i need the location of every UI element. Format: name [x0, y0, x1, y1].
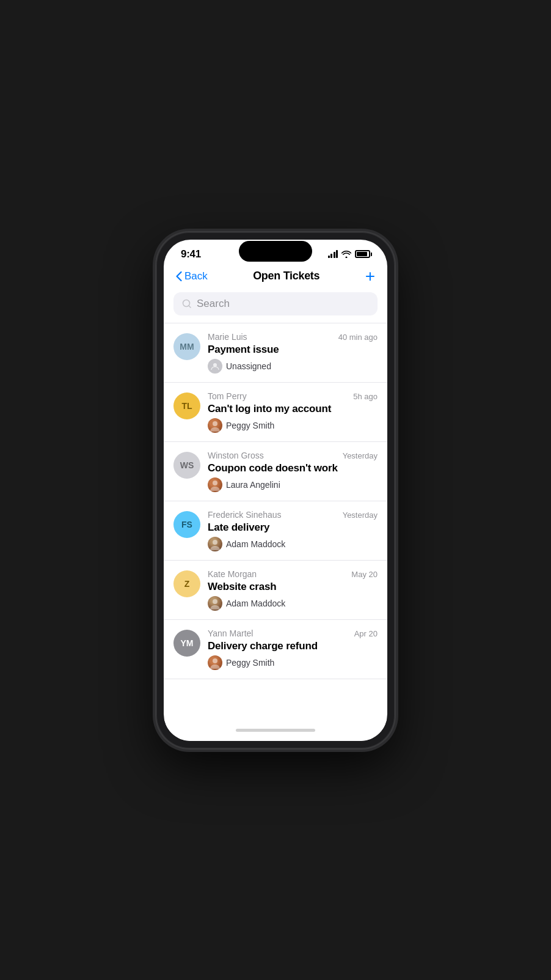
avatar: FS: [173, 511, 200, 538]
ticket-content: Yann MartelApr 20Delivery charge refundP…: [208, 628, 378, 670]
ticket-title: Payment issue: [208, 344, 378, 356]
home-bar: [236, 729, 315, 732]
svg-point-3: [213, 481, 217, 485]
assignee-row: Peggy Smith: [208, 418, 378, 433]
assignee-avatar: [208, 537, 222, 551]
battery-icon: [355, 250, 370, 258]
avatar: Z: [173, 570, 200, 597]
ticket-title: Late delivery: [208, 521, 378, 534]
customer-name: Kate Morgan: [208, 569, 257, 579]
assignee-avatar: [208, 655, 222, 670]
phone-device: 9:41: [156, 232, 395, 748]
assignee-name: Peggy Smith: [226, 658, 274, 668]
search-bar[interactable]: Search: [173, 292, 378, 315]
ticket-title: Can't log into my account: [208, 403, 378, 415]
ticket-time: May 20: [351, 570, 378, 579]
wifi-icon: [341, 251, 351, 258]
list-item[interactable]: FSFrederick SinehausYesterdayLate delive…: [164, 501, 387, 561]
ticket-content: Winston GrossYesterdayCoupon code doesn'…: [208, 451, 378, 492]
avatar: YM: [173, 630, 200, 657]
assignee-row: Peggy Smith: [208, 655, 378, 670]
ticket-time: 5h ago: [353, 392, 378, 401]
avatar: TL: [173, 392, 200, 419]
ticket-title: Website crash: [208, 581, 378, 593]
status-time: 9:41: [181, 248, 201, 260]
assignee-name: Unassigned: [226, 361, 271, 371]
svg-point-1: [213, 363, 217, 367]
home-indicator: [164, 720, 387, 741]
list-item[interactable]: WSWinston GrossYesterdayCoupon code does…: [164, 442, 387, 501]
back-button[interactable]: Back: [176, 270, 208, 282]
assignee-name: Laura Angelini: [226, 480, 280, 490]
assignee-avatar: [208, 596, 222, 611]
ticket-time: 40 min ago: [338, 333, 378, 342]
page-title: Open Tickets: [253, 270, 319, 282]
nav-header: Back Open Tickets +: [164, 263, 387, 292]
assignee-row: Adam Maddock: [208, 537, 378, 551]
svg-point-6: [213, 658, 217, 663]
search-container: Search: [164, 292, 387, 323]
assignee-name: Peggy Smith: [226, 421, 274, 430]
ticket-time: Apr 20: [354, 629, 378, 638]
assignee-row: Adam Maddock: [208, 596, 378, 611]
ticket-time: Yesterday: [343, 510, 378, 520]
svg-point-2: [213, 421, 217, 426]
ticket-list: MMMarie Luis40 min agoPayment issueUnass…: [164, 323, 387, 720]
assignee-row: Laura Angelini: [208, 477, 378, 492]
avatar: MM: [173, 333, 200, 360]
list-item[interactable]: TLTom Perry5h agoCan't log into my accou…: [164, 383, 387, 442]
ticket-title: Delivery charge refund: [208, 640, 378, 652]
back-label: Back: [184, 270, 208, 282]
add-button[interactable]: +: [365, 268, 375, 285]
search-icon: [182, 299, 192, 309]
assignee-name: Adam Maddock: [226, 599, 285, 608]
unassigned-icon: [208, 359, 222, 374]
list-item[interactable]: YMYann MartelApr 20Delivery charge refun…: [164, 620, 387, 679]
customer-name: Tom Perry: [208, 391, 247, 401]
ticket-content: Frederick SinehausYesterdayLate delivery…: [208, 510, 378, 551]
phone-screen: 9:41: [164, 240, 387, 741]
assignee-row: Unassigned: [208, 359, 378, 374]
list-item[interactable]: ZKate MorganMay 20Website crashAdam Madd…: [164, 561, 387, 620]
ticket-time: Yesterday: [343, 451, 378, 460]
avatar: WS: [173, 452, 200, 479]
assignee-avatar: [208, 477, 222, 492]
ticket-title: Coupon code doesn't work: [208, 462, 378, 474]
dynamic-island: [239, 241, 312, 262]
back-chevron-icon: [176, 271, 182, 281]
customer-name: Yann Martel: [208, 628, 253, 638]
customer-name: Winston Gross: [208, 451, 264, 460]
status-icons: [328, 250, 371, 258]
ticket-content: Marie Luis40 min agoPayment issueUnassig…: [208, 332, 378, 374]
ticket-content: Kate MorganMay 20Website crashAdam Maddo…: [208, 569, 378, 611]
list-item[interactable]: MMMarie Luis40 min agoPayment issueUnass…: [164, 323, 387, 383]
search-placeholder: Search: [197, 298, 230, 310]
assignee-name: Adam Maddock: [226, 539, 285, 549]
customer-name: Frederick Sinehaus: [208, 510, 282, 520]
svg-point-5: [213, 599, 217, 604]
customer-name: Marie Luis: [208, 332, 247, 342]
assignee-avatar: [208, 418, 222, 433]
svg-point-4: [213, 540, 217, 545]
signal-icon: [328, 250, 338, 258]
ticket-content: Tom Perry5h agoCan't log into my account…: [208, 391, 378, 433]
